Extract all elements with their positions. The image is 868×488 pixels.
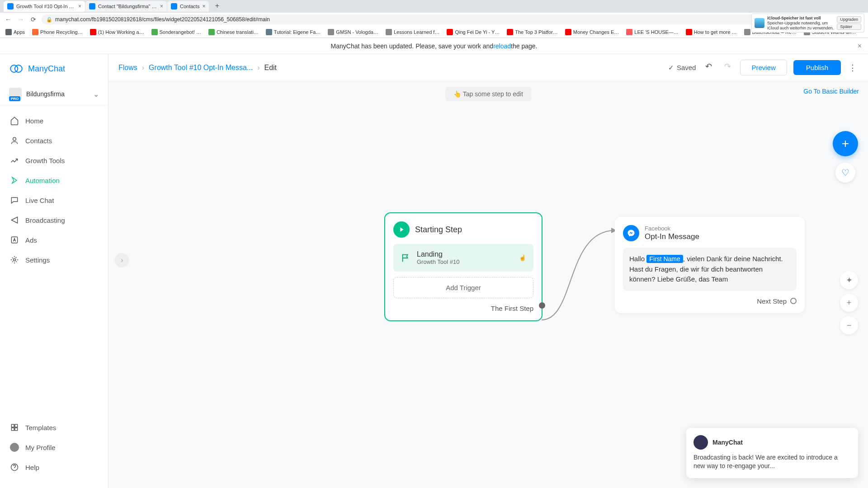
avatar-icon [10, 443, 19, 452]
sidebar-item-home[interactable]: Home [0, 111, 108, 131]
sidebar-item-contacts[interactable]: Contacts [0, 131, 108, 150]
workspace-avatar: PRO [9, 88, 22, 100]
manychat-logo-icon [9, 61, 24, 76]
close-icon[interactable]: × [202, 3, 205, 9]
auto-arrange-button[interactable]: ✦ [840, 271, 858, 289]
browser-tab[interactable]: Contacts × [167, 1, 209, 12]
bookmark-item[interactable]: How to get more … [683, 29, 740, 35]
tab-favicon [171, 3, 177, 9]
zoom-in-button[interactable]: + [840, 294, 858, 312]
bookmark-label: Tutorial: Eigene Fa… [274, 29, 321, 35]
toast-sender: ManyChat [712, 439, 743, 446]
check-icon: ✓ [668, 64, 674, 72]
bookmark-favicon [386, 29, 392, 35]
bookmark-item[interactable]: Money Changes E… [562, 29, 622, 35]
address-bar[interactable]: 🔒 manychat.com/fb198150208192618/cms/fil… [42, 14, 852, 24]
breadcrumb-flows[interactable]: Flows [118, 64, 137, 72]
sidebar-item-broadcasting[interactable]: Broadcasting [0, 210, 108, 230]
trigger-landing[interactable]: Landing Growth Tool #10 ☝ [393, 244, 533, 272]
redo-button[interactable]: ↷ [721, 61, 734, 74]
tab-title: Growth Tool #10 Opt-In Mess [16, 4, 75, 9]
bookmark-label: Money Changes E… [573, 29, 619, 35]
sidebar-item-growth-tools[interactable]: Growth Tools [0, 150, 108, 170]
sidebar-item-automation[interactable]: Automation [0, 170, 108, 190]
message-text: Hallo [629, 255, 646, 263]
browser-tab[interactable]: Growth Tool #10 Opt-In Mess × [4, 1, 85, 12]
more-menu-button[interactable]: ⋮ [847, 63, 858, 73]
flow-canvas[interactable]: 👆 Tap some step to edit Go To Basic Buil… [108, 81, 868, 488]
sidebar-item-settings[interactable]: Settings [0, 250, 108, 270]
close-icon[interactable]: × [78, 3, 81, 9]
reload-button[interactable]: ⟳ [29, 15, 38, 24]
icloud-title: iCloud-Speicher ist fast voll [767, 16, 834, 21]
starting-step-node[interactable]: Starting Step Landing Growth Tool #10 ☝ … [384, 212, 542, 321]
bookmark-item[interactable]: Tutorial: Eigene Fa… [263, 29, 324, 35]
close-icon[interactable]: × [858, 42, 862, 50]
sidebar-item-ads[interactable]: Ads [0, 230, 108, 250]
bookmark-item[interactable]: Qing Fei De Yi - Y… [444, 29, 502, 35]
bookmark-item[interactable]: The Top 3 Platfor… [504, 29, 561, 35]
help-icon [10, 463, 19, 472]
bookmark-favicon [90, 29, 96, 35]
bookmark-item[interactable]: GMSN - Vologda… [325, 29, 381, 35]
icloud-icon [755, 18, 764, 28]
sidebar-item-profile[interactable]: My Profile [0, 437, 108, 457]
bookmark-item[interactable]: Chinese translati… [206, 29, 261, 35]
apps-button[interactable]: Apps [3, 29, 28, 35]
bookmark-item[interactable]: Phone Recycling… [29, 29, 85, 35]
banner-text: the page. [511, 42, 537, 50]
add-trigger-button[interactable]: Add Trigger [393, 277, 533, 298]
message-body[interactable]: Hallo First Name, vielen Dank für deine … [623, 248, 797, 291]
sidebar-toggle-button[interactable]: › [115, 253, 129, 267]
undo-button[interactable]: ↶ [702, 61, 715, 74]
sidebar-item-templates[interactable]: Templates [0, 418, 108, 437]
nav-label: My Profile [25, 444, 56, 451]
tab-title: Contact "Bildungsfirma" throu [98, 4, 157, 9]
back-button[interactable]: ← [4, 15, 13, 24]
new-tab-button[interactable]: + [212, 1, 222, 11]
bookmark-favicon [565, 29, 571, 35]
nav-label: Help [25, 464, 39, 471]
bookmark-item[interactable]: LEE 'S HOUSE—… [623, 29, 681, 35]
nav-label: Templates [25, 424, 56, 432]
brand-logo[interactable]: ManyChat [0, 61, 108, 83]
flag-icon [401, 253, 410, 263]
bookmark-label: Chinese translati… [217, 29, 259, 35]
sidebar-item-livechat[interactable]: Live Chat [0, 190, 108, 210]
svg-rect-5 [11, 424, 14, 427]
bookmark-item[interactable]: Sonderangebot! … [149, 29, 204, 35]
preview-button[interactable]: Preview [740, 60, 787, 75]
bookmark-item[interactable]: Lessons Learned f… [383, 29, 443, 35]
close-icon[interactable]: × [160, 3, 163, 9]
bookmark-label: The Top 3 Platfor… [515, 29, 558, 35]
pointer-icon: ☝ [519, 254, 526, 261]
output-port[interactable] [539, 302, 545, 309]
breadcrumb-flow[interactable]: Growth Tool #10 Opt-In Messa... [149, 64, 253, 72]
nav-label: Home [25, 117, 43, 125]
bookmark-favicon [447, 29, 453, 35]
bookmark-item[interactable]: (1) How Working a… [87, 29, 147, 35]
upgrade-button[interactable]: Upgraden [837, 16, 861, 23]
chevron-down-icon: ⌄ [93, 90, 99, 99]
notification-toast[interactable]: ManyChat Broadcasting is back! We are ex… [686, 428, 858, 478]
output-port[interactable] [790, 298, 797, 304]
gear-icon [10, 255, 19, 264]
bookmark-label: (1) How Working a… [98, 29, 144, 35]
zoom-out-button[interactable]: − [840, 316, 858, 334]
contacts-icon [10, 136, 19, 145]
reload-link[interactable]: reload [493, 42, 511, 50]
forward-button[interactable]: → [16, 15, 25, 24]
bookmark-favicon [32, 29, 38, 35]
optin-message-node[interactable]: Facebook Opt-In Message Hallo First Name… [615, 217, 805, 313]
like-button[interactable]: ♡ [835, 163, 855, 183]
sidebar-item-help[interactable]: Help [0, 457, 108, 477]
add-step-fab[interactable]: + [833, 131, 858, 156]
basic-builder-link[interactable]: Go To Basic Builder [803, 88, 859, 95]
browser-tab[interactable]: Contact "Bildungsfirma" throu × [85, 1, 167, 12]
later-button[interactable]: Später [837, 23, 861, 30]
publish-button[interactable]: Publish [793, 60, 841, 75]
connector-line [539, 221, 620, 325]
automation-icon [10, 176, 19, 185]
workspace-selector[interactable]: PRO Bildungsfirma ⌄ [0, 83, 108, 105]
nav-label: Broadcasting [25, 216, 65, 224]
